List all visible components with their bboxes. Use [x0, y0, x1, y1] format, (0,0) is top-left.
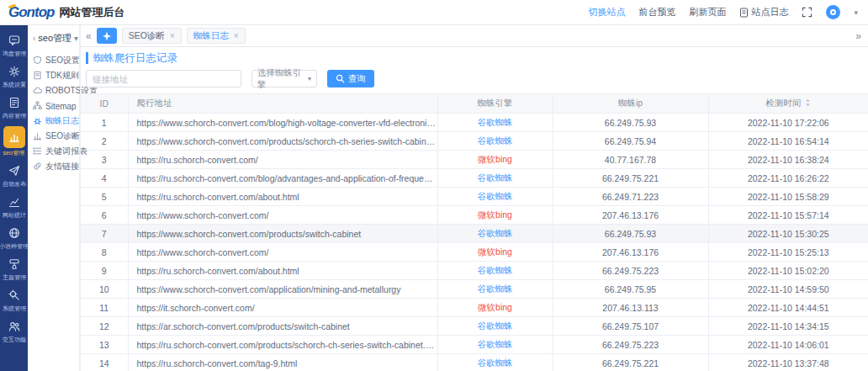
- site-log-link[interactable]: 站点日志: [739, 6, 788, 19]
- sidebar-item-system-admin[interactable]: 系统管理: [0, 285, 28, 316]
- tab-label: SEO诊断: [129, 30, 165, 42]
- tabs-scroll-left-icon[interactable]: «: [86, 30, 92, 42]
- submenu-item-label: Sitemap: [45, 102, 77, 111]
- submenu-item-robots[interactable]: ROBOTS设置: [33, 83, 79, 98]
- table-row[interactable]: 12 https://ar.schorch-convert.com/produc…: [81, 317, 868, 336]
- table-row[interactable]: 7 https://www.schorch-convert.com/produc…: [81, 225, 868, 243]
- cell-url: https://www.schorch-convert.com/: [128, 243, 437, 262]
- header-actions: 切换站点 前台预览 刷新页面 站点日志 ▾: [588, 5, 858, 19]
- submenu-item-keyword-report[interactable]: 关键词报表: [33, 144, 79, 159]
- tab-spider-log[interactable]: 蜘蛛日志 ×: [187, 28, 246, 44]
- submenu-header[interactable]: ‹ seo管理 ▾: [33, 32, 79, 45]
- sidebar-item-system-settings[interactable]: 系统设置: [0, 61, 28, 93]
- spider-icon: [33, 116, 42, 127]
- table-row[interactable]: 1 https://www.schorch-convert.com/blog/h…: [81, 114, 868, 132]
- tab-close-icon[interactable]: ×: [170, 31, 175, 40]
- sidebar-item-label: 网站统计: [2, 211, 25, 220]
- url-search-input[interactable]: [86, 70, 241, 87]
- cell-engine: 谷歌蜘蛛: [437, 169, 553, 188]
- cell-url: https://ar.schorch-convert.com/products/…: [128, 317, 437, 336]
- search-button-label: 查询: [348, 73, 366, 85]
- spider-engine-label: 谷歌蜘蛛: [478, 358, 513, 368]
- cell-time: 2022-11-10 14:34:15: [708, 317, 868, 336]
- sort-icon[interactable]: [805, 98, 811, 109]
- cell-engine: 谷歌蜘蛛: [437, 262, 553, 280]
- cell-ip: 40.77.167.78: [553, 151, 708, 169]
- submenu-title: seo管理: [38, 32, 71, 45]
- tab-close-icon[interactable]: ×: [234, 31, 239, 40]
- home-tab-button[interactable]: [97, 28, 117, 44]
- logo-text: Gontop: [8, 4, 54, 21]
- sidebar-item-seo[interactable]: seo管理: [0, 124, 28, 161]
- sidebar-item-stats[interactable]: 网站统计: [0, 192, 28, 223]
- sidebar-item-content[interactable]: 内容管理: [0, 93, 28, 124]
- table-row[interactable]: 2 https://www.schorch-convert.com/produc…: [81, 132, 868, 151]
- user-menu-caret-icon[interactable]: ▾: [854, 8, 858, 17]
- submenu-item-label: 友情链接: [45, 161, 79, 172]
- cell-id: 13: [81, 336, 128, 354]
- sidebar-item-theme[interactable]: 主题管理: [0, 254, 28, 285]
- table-row[interactable]: 14 https://ru.schorch-convert.com/tag-9.…: [81, 354, 868, 371]
- users-icon: [4, 318, 24, 335]
- cell-id: 5: [81, 188, 128, 206]
- paper-plane-icon: [4, 162, 24, 179]
- secondary-sidebar: ‹ seo管理 ▾ SEO设置 TDK规则 ROBOTS设置 Sitemap: [28, 25, 80, 371]
- engine-select[interactable]: 选择蜘蛛引擎 ▾: [251, 70, 317, 87]
- tabs-scroll-right-icon[interactable]: »: [855, 30, 861, 42]
- table-row[interactable]: 9 https://ru.schorch-convert.com/about.h…: [81, 262, 868, 280]
- cloud-icon: [33, 86, 42, 97]
- submenu-item-seo-diagnosis[interactable]: SEO诊断: [33, 129, 79, 144]
- col-ip: 蜘蛛ip: [553, 94, 708, 114]
- table-header-row: ID 爬行地址 蜘蛛引擎 蜘蛛ip 检测时间: [81, 94, 868, 114]
- submenu-item-spider-log[interactable]: 蜘蛛日志: [33, 114, 79, 129]
- sidebar-item-label: 询盘管理: [2, 50, 25, 58]
- fullscreen-icon[interactable]: [802, 7, 812, 18]
- cell-ip: 66.249.75.93: [553, 225, 708, 243]
- line-chart-icon: [4, 193, 24, 210]
- spider-engine-label: 谷歌蜘蛛: [478, 321, 513, 331]
- submenu-item-label: TDK规则: [45, 70, 79, 82]
- search-button[interactable]: 查询: [327, 70, 374, 87]
- table-row[interactable]: 10 https://www.schorch-convert.com/appli…: [81, 280, 868, 299]
- submenu-item-sitemap[interactable]: Sitemap: [33, 98, 79, 114]
- table-row[interactable]: 3 https://ru.schorch-convert.com/ 微软bing…: [81, 151, 868, 169]
- switch-site-link[interactable]: 切换站点: [588, 6, 625, 19]
- table-row[interactable]: 4 https://ru.schorch-convert.com/blog/ad…: [81, 169, 868, 188]
- list-icon: [33, 146, 42, 157]
- submenu-item-seo-settings[interactable]: SEO设置: [33, 53, 79, 68]
- cell-ip: 66.249.71.223: [553, 188, 708, 206]
- user-avatar[interactable]: [826, 5, 840, 19]
- sidebar-item-interaction[interactable]: 交互功能: [0, 316, 28, 347]
- table-row[interactable]: 5 https://ru.schorch-convert.com/about.h…: [81, 188, 868, 206]
- cell-url: https://ru.schorch-convert.com/products/…: [128, 336, 437, 354]
- engine-select-value: 选择蜘蛛引擎: [257, 67, 308, 91]
- front-preview-link[interactable]: 前台预览: [638, 6, 675, 19]
- tab-seo-diagnosis[interactable]: SEO诊断 ×: [122, 28, 182, 44]
- system-gear-icon: [4, 287, 24, 304]
- table-row[interactable]: 8 https://www.schorch-convert.com/ 微软bin…: [81, 243, 868, 262]
- cell-url: https://ru.schorch-convert.com/about.htm…: [128, 262, 437, 280]
- refresh-page-link[interactable]: 刷新页面: [689, 6, 726, 19]
- sidebar-item-auto-publish[interactable]: 自动发布: [0, 161, 28, 192]
- cell-time: 2022-11-10 15:57:14: [708, 206, 868, 225]
- tab-bar: « SEO诊断 × 蜘蛛日志 × »: [81, 25, 868, 47]
- spider-engine-label: 谷歌蜘蛛: [478, 172, 513, 183]
- sidebar-item-label: 系统设置: [2, 81, 25, 89]
- col-time-label: 检测时间: [765, 98, 801, 108]
- table-row[interactable]: 6 https://www.schorch-convert.com/ 微软bin…: [81, 206, 868, 225]
- table-row[interactable]: 13 https://ru.schorch-convert.com/produc…: [81, 336, 868, 354]
- table-row[interactable]: 11 https://it.schorch-convert.com/ 微软bin…: [81, 299, 868, 317]
- submenu-item-tdk-rules[interactable]: TDK规则: [33, 68, 79, 83]
- cell-url: https://ru.schorch-convert.com/blog/adva…: [128, 169, 437, 188]
- cell-engine: 谷歌蜘蛛: [437, 317, 553, 336]
- document-icon: [739, 8, 749, 18]
- col-time[interactable]: 检测时间: [708, 94, 868, 114]
- sidebar-item-inquiry[interactable]: 询盘管理: [0, 30, 28, 61]
- cell-ip: 66.249.75.94: [553, 132, 708, 151]
- cell-time: 2022-11-10 14:06:01: [708, 336, 868, 354]
- cell-url: https://ru.schorch-convert.com/tag-9.htm…: [128, 354, 437, 371]
- cell-url: https://www.schorch-convert.com/: [128, 206, 437, 225]
- theme-brush-icon: [4, 256, 24, 273]
- submenu-item-friend-links[interactable]: 友情链接: [33, 159, 79, 174]
- sidebar-item-languages[interactable]: 小语种管理: [0, 223, 28, 254]
